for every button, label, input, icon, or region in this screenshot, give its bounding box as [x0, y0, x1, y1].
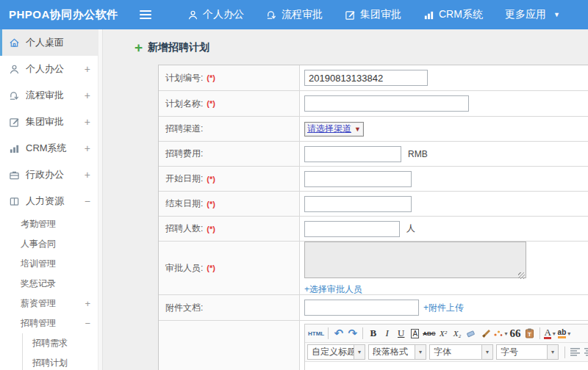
expand-plus-icon[interactable]: + — [85, 142, 90, 154]
topnav-more-apps[interactable]: 更多应用 ▼ — [494, 0, 571, 29]
html-source-button[interactable]: HTML — [307, 326, 325, 341]
form-row-headcount: 招聘人数:(*) 人 — [159, 216, 588, 241]
superscript-button[interactable]: X² — [437, 326, 451, 341]
topnav-crm-system[interactable]: CRM系统 — [412, 0, 494, 29]
caret-down-icon: ▾ — [354, 345, 365, 359]
sidebar-subitem-training[interactable]: 培训管理 — [0, 254, 102, 274]
expand-plus-icon[interactable]: + — [85, 63, 90, 75]
page-title: 新增招聘计划 — [148, 41, 209, 54]
main-content: + 新增招聘计划 计划编号:(*) 计划名称:(*) 招聘渠道: 请选择渠道 ▼… — [104, 29, 588, 370]
form-row-editor: HTML ↶ ↷ B I U A ABC X² X₂ — [159, 320, 588, 370]
approvers-textarea[interactable] — [304, 242, 526, 278]
underline-button[interactable]: U — [394, 326, 408, 341]
sidebar-item-human-resources[interactable]: 人力资源 − — [0, 188, 102, 214]
paste-plain-clipboard-icon[interactable]: T — [523, 326, 537, 341]
subscript-button[interactable]: X₂ — [451, 326, 465, 341]
topnav-group-approval[interactable]: 集团审批 — [334, 0, 412, 29]
field-label: 计划编号: — [165, 72, 203, 84]
sidebar-subitem-label: 招聘需求 — [32, 337, 68, 349]
collapse-minus-icon[interactable]: − — [85, 318, 90, 329]
plan-no-input[interactable] — [304, 70, 428, 86]
field-label: 招聘人数: — [165, 222, 203, 235]
sidebar-item-workflow-approval[interactable]: 流程审批 + — [0, 82, 102, 109]
sidebar-subitem-hr-contract[interactable]: 人事合同 — [0, 234, 102, 254]
editor-content-area[interactable] — [305, 362, 588, 370]
hamburger-menu-icon[interactable] — [131, 0, 160, 29]
custom-title-dropdown[interactable]: 自定义标题 ▾ — [307, 344, 365, 360]
font-color-button[interactable]: A ▾ — [543, 326, 557, 341]
topnav-label: 个人办公 — [203, 8, 244, 21]
editor-toolbar-row1: HTML ↶ ↷ B I U A ABC X² X₂ — [305, 324, 588, 343]
align-left-icon[interactable] — [568, 345, 582, 360]
undo-icon[interactable]: ↶ — [331, 326, 345, 341]
topnav-label: 更多应用 — [505, 8, 546, 21]
cost-input[interactable] — [304, 146, 401, 162]
sidebar-subitem-rewards[interactable]: 奖惩记录 — [0, 274, 102, 294]
expand-plus-icon[interactable]: + — [85, 298, 90, 309]
sidebar-subitem-label: 薪资管理 — [21, 297, 56, 310]
font-border-button[interactable]: A — [411, 329, 419, 338]
redo-icon[interactable]: ↷ — [345, 326, 359, 341]
bar-chart-icon — [423, 10, 434, 21]
channel-selected-value: 请选择渠道 — [307, 123, 351, 135]
svg-text:T: T — [528, 331, 531, 338]
remove-format-eraser-icon[interactable] — [465, 326, 478, 341]
form-row-plan-no: 计划编号:(*) — [159, 65, 588, 90]
form-row-channel: 招聘渠道: 请选择渠道 ▼ — [159, 116, 588, 141]
align-center-icon[interactable] — [582, 345, 588, 360]
required-mark: (*) — [207, 99, 215, 108]
sidebar-item-label: 集团审批 — [26, 115, 64, 128]
caret-down-icon: ▾ — [505, 330, 508, 337]
sidebar-item-personal-desktop[interactable]: 个人桌面 — [0, 29, 102, 56]
sidebar-subitem-label: 奖惩记录 — [21, 278, 56, 290]
briefcase-icon — [9, 170, 20, 181]
font-size-dropdown[interactable]: 字号 ▾ — [496, 344, 559, 360]
expand-plus-icon[interactable]: + — [85, 116, 90, 128]
field-label: 计划名称: — [165, 98, 203, 110]
strikethrough-button[interactable]: ABC — [422, 326, 436, 341]
home-icon — [9, 37, 20, 48]
form-row-attachment: 附件文档: +附件上传 — [159, 294, 588, 320]
book-icon — [9, 196, 20, 207]
sidebar-subitem-recruit-demand[interactable]: 招聘需求 — [0, 333, 102, 353]
expand-plus-icon[interactable]: + — [85, 90, 90, 101]
background-color-button[interactable]: ab ▾ — [557, 326, 572, 341]
end-date-input[interactable] — [304, 196, 412, 212]
sidebar-subitem-salary[interactable]: 薪资管理 + — [0, 294, 102, 313]
sidebar-subitem-recruit-plan[interactable]: 招聘计划 — [0, 353, 102, 370]
field-label: 开始日期: — [165, 173, 203, 185]
sidebar-subitem-label: 人事合同 — [21, 238, 56, 250]
blockquote-button[interactable]: 66 — [509, 326, 523, 341]
sidebar-subitem-recruit-mgmt[interactable]: 招聘管理 − — [0, 313, 102, 333]
sidebar-item-admin-office[interactable]: 行政办公 + — [0, 162, 102, 188]
sidebar-scrollbar[interactable] — [98, 29, 102, 370]
sidebar-item-label: 个人桌面 — [26, 36, 64, 49]
headcount-input[interactable] — [304, 221, 400, 237]
auto-typeset-icon[interactable]: ▾ — [492, 326, 509, 341]
paragraph-format-dropdown[interactable]: 段落格式 ▾ — [368, 344, 426, 360]
select-approvers-link[interactable]: +选择审批人员 — [304, 283, 362, 296]
sidebar-item-personal-office[interactable]: 个人办公 + — [0, 56, 102, 82]
format-painter-brush-icon[interactable] — [478, 326, 492, 341]
channel-select[interactable]: 请选择渠道 ▼ — [304, 122, 364, 137]
form-row-start-date: 开始日期:(*) — [159, 166, 588, 191]
collapse-minus-icon[interactable]: − — [85, 195, 90, 207]
sidebar-subitem-attendance[interactable]: 考勤管理 — [0, 214, 102, 234]
form-row-approvers: 审批人员:(*) +选择审批人员 — [159, 241, 588, 294]
caret-down-icon: ▾ — [481, 345, 492, 359]
upload-attachment-link[interactable]: +附件上传 — [423, 302, 464, 314]
font-family-dropdown[interactable]: 字体 ▾ — [429, 344, 493, 360]
sidebar-item-crm-system[interactable]: CRM系统 + — [0, 135, 102, 162]
topnav-personal-office[interactable]: 个人办公 — [176, 0, 255, 29]
sidebar: 个人桌面 个人办公 + 流程审批 + 集团审批 + CRM系统 + 行政办公 +… — [0, 29, 103, 370]
attachment-input[interactable] — [304, 300, 419, 316]
plan-name-input[interactable] — [304, 95, 469, 112]
start-date-input[interactable] — [304, 171, 412, 187]
italic-button[interactable]: I — [380, 326, 394, 341]
sidebar-item-group-approval[interactable]: 集团审批 + — [0, 109, 102, 135]
expand-plus-icon[interactable]: + — [85, 169, 90, 181]
sidebar-subitem-label: 考勤管理 — [21, 218, 56, 231]
topnav-workflow-approval[interactable]: 流程审批 — [255, 0, 334, 29]
bold-button[interactable]: B — [366, 326, 380, 341]
user-icon — [187, 10, 198, 21]
